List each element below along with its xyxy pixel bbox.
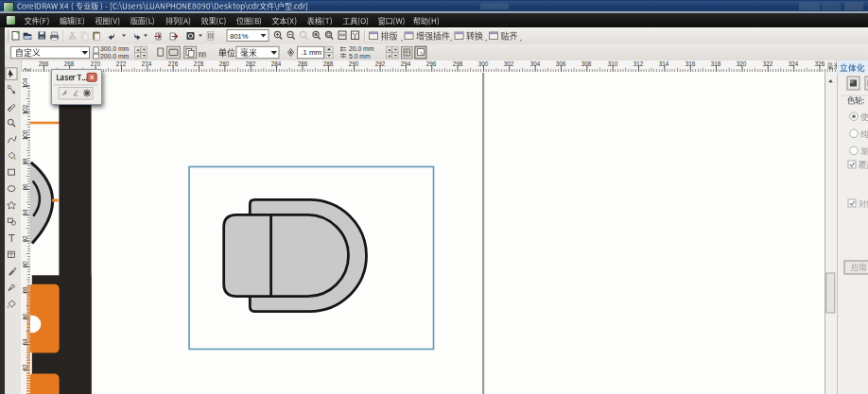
- svg-text:308: 308: [582, 60, 592, 67]
- svg-text:272: 272: [116, 60, 127, 67]
- svg-text:324: 324: [789, 60, 799, 67]
- svg-text:284: 284: [271, 60, 282, 67]
- svg-text:316: 316: [686, 60, 696, 67]
- svg-text:278: 278: [194, 60, 204, 67]
- svg-text:322: 322: [763, 60, 773, 67]
- svg-text:302: 302: [504, 60, 514, 67]
- svg-text:268: 268: [64, 60, 75, 67]
- svg-text:270: 270: [91, 60, 101, 67]
- svg-text:286: 286: [298, 60, 308, 67]
- svg-text:314: 314: [659, 60, 669, 67]
- svg-text:280: 280: [219, 60, 230, 67]
- svg-text:288: 288: [323, 60, 334, 67]
- svg-text:312: 312: [634, 60, 644, 67]
- svg-text:290: 290: [349, 60, 359, 67]
- svg-text:274: 274: [142, 60, 152, 67]
- svg-text:318: 318: [711, 60, 721, 67]
- svg-text:306: 306: [556, 60, 566, 67]
- svg-text:304: 304: [530, 60, 541, 67]
- svg-text:266: 266: [39, 60, 49, 67]
- svg-text:276: 276: [168, 60, 179, 67]
- svg-text:292: 292: [375, 60, 386, 67]
- svg-text:326: 326: [815, 60, 825, 67]
- svg-text:298: 298: [453, 60, 463, 67]
- svg-text:320: 320: [737, 60, 747, 67]
- svg-text:294: 294: [401, 60, 411, 67]
- svg-text:282: 282: [246, 60, 256, 67]
- svg-text:300: 300: [478, 60, 489, 67]
- svg-text:310: 310: [608, 60, 618, 67]
- svg-text:296: 296: [426, 60, 437, 67]
